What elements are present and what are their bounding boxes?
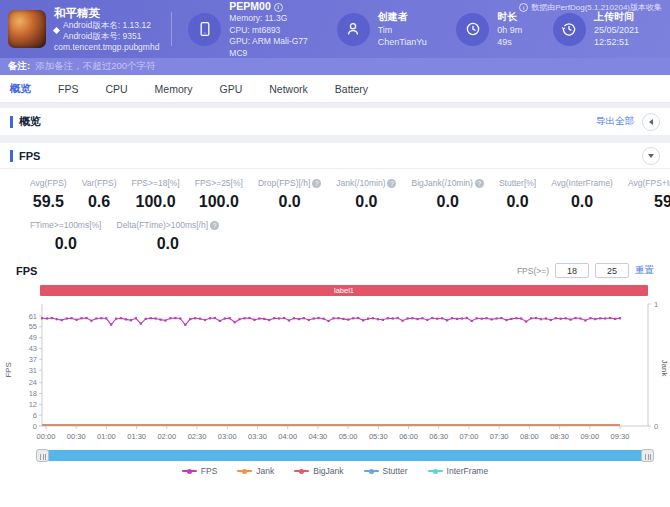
upload-group: 上传时间 25/05/2021 12:52:51 [553,10,670,48]
reset-button[interactable]: 重置 [635,264,654,277]
legend-item-jank[interactable]: Jank [237,466,274,476]
fps-threshold-high-input[interactable] [595,263,629,278]
help-icon[interactable] [475,179,484,188]
tab-network[interactable]: Network [269,83,308,95]
x-tick-label: 09:00 [580,432,599,441]
series-fps-point [239,318,241,320]
chart-label-band[interactable]: label1 [40,285,648,296]
series-fps-point [520,317,522,319]
stat-value: 0.0 [336,193,396,211]
series-fps-point [268,319,270,321]
series-fps-point [120,317,122,319]
tab-memory[interactable]: Memory [155,83,193,95]
x-tick-label: 08:00 [520,432,539,441]
fps-threshold-label: FPS(>=) [517,266,549,276]
stat-value: 0.0 [117,235,220,253]
x-tick-label: 01:30 [127,432,146,441]
device-info-icon[interactable] [274,3,283,12]
fps-line-chart[interactable]: 6155494337312418126010FPSJank00:0000:300… [0,298,670,446]
series-fps-point [204,319,206,321]
legend-item-fps[interactable]: FPS [182,466,218,476]
x-tick-label: 07:30 [490,432,509,441]
y-tick-label: 0 [654,422,658,431]
collector-note: 数据由PerfDog(5.1.210204)版本收集 [519,2,662,13]
section-accent-bar [10,116,13,128]
duration-group: 时长 0h 9m 49s [456,10,535,48]
scrollbar-track[interactable] [42,450,648,461]
collapse-left-button[interactable] [642,113,660,131]
series-fps-point [545,317,547,319]
series-fps-point [71,317,73,319]
series-fps-point [41,317,43,319]
series-fps-point [446,319,448,321]
series-fps-point [486,317,488,319]
stat-value: 0.0 [258,193,321,211]
series-fps-point [357,317,359,319]
tab-gpu[interactable]: GPU [220,83,243,95]
help-icon[interactable] [210,221,219,230]
series-fps-point [466,317,468,319]
stat-label: Avg(InterFrame) [551,178,613,188]
legend-item-bigjank[interactable]: BigJank [294,466,343,476]
remark-bar: 备注: 添加备注，不超过200个字符 [0,58,670,75]
legend-marker-icon [237,470,252,472]
y-tick-label: 49 [29,333,37,342]
remark-input[interactable]: 添加备注，不超过200个字符 [35,60,155,73]
series-fps-point [224,317,226,319]
tab-fps[interactable]: FPS [58,83,78,95]
fps-threshold-low-input[interactable] [555,263,589,278]
stat-label: Var(FPS) [82,178,117,188]
x-tick-label: 00:00 [37,432,56,441]
y-tick-label: 6 [33,411,37,420]
duration-value: 0h 9m 49s [497,24,535,48]
scrollbar-right-handle[interactable] [641,449,654,462]
overview-title: 概览 [19,114,41,129]
collapse-down-button[interactable] [642,147,660,165]
app-package: com.tencent.tmgp.pubgmhd [54,42,159,53]
stat-value: 100.0 [131,193,179,211]
series-fps-point [491,318,493,320]
stat-label: FPS>=18[%] [131,178,179,188]
y-tick-label: 61 [29,312,37,321]
x-tick-label: 04:30 [309,432,328,441]
legend-marker-icon [428,470,443,472]
fps-chart-title: FPS [16,265,37,277]
tab-battery[interactable]: Battery [335,83,368,95]
series-fps-point [362,319,364,321]
stat-delta-ftime-100ms: Delta(FTime)>100ms[/h]0.0 [117,220,220,253]
series-fps-point [209,317,211,319]
series-fps-point [619,317,621,319]
stat-label: Avg(FPS+InterFrame) [628,178,670,188]
series-fps-point [219,320,221,322]
export-all-button[interactable]: 导出全部 [596,115,634,128]
legend-label: FPS [201,466,218,476]
scrollbar-left-handle[interactable] [36,449,49,462]
app-icon [8,10,46,48]
series-fps-point [451,317,453,319]
series-fps-point [372,317,374,319]
chart-scrollbar[interactable] [0,449,670,462]
series-fps-point [253,319,255,321]
series-fps-point [189,318,191,320]
series-fps-point [594,318,596,320]
series-fps-point [540,318,542,320]
x-tick-label: 04:00 [278,432,297,441]
app-info-group: 和平精英 Android版本名: 1.13.12 Android版本号: 935… [8,6,159,52]
series-fps-point [431,317,433,319]
tab-overview[interactable]: 概览 [10,82,31,96]
series-fps-point [95,317,97,319]
stat-avg-fps-interframe: Avg(FPS+InterFrame)59.5 [628,178,670,211]
series-fps-point [589,317,591,319]
chart-legend: FPSJankBigJankStutterInterFrame [0,466,670,476]
legend-item-interframe[interactable]: InterFrame [428,466,489,476]
help-icon[interactable] [387,179,396,188]
tab-cpu[interactable]: CPU [105,83,127,95]
series-fps-point [194,317,196,319]
series-fps-point [599,317,601,319]
series-fps-point [174,317,176,319]
legend-item-stutter[interactable]: Stutter [364,466,408,476]
creator-group: 创建者 Tim ChenTianYu [337,10,439,48]
help-icon[interactable] [312,179,321,188]
info-icon[interactable] [519,3,528,12]
series-fps-point [105,317,107,319]
